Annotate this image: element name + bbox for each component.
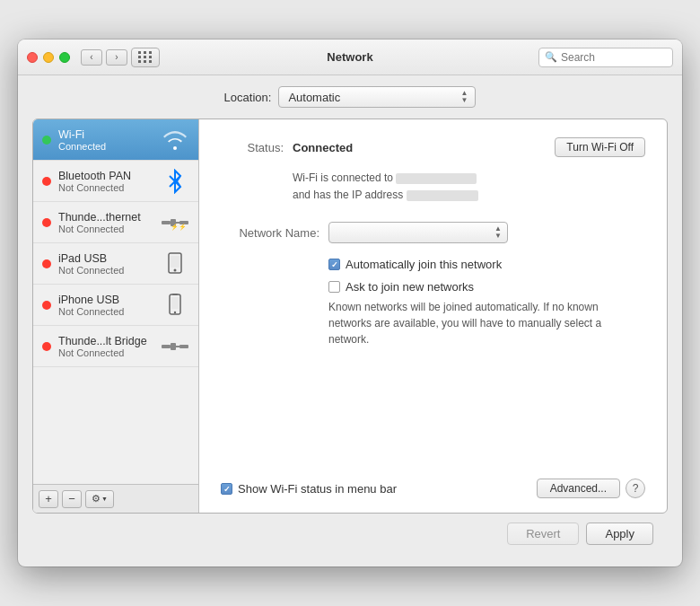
wifi-ip-line: and has the IP address xyxy=(293,187,645,204)
network-settings-gear-button[interactable]: ⚙ ▼ xyxy=(85,490,114,508)
grid-icon xyxy=(138,51,153,63)
svg-point-9 xyxy=(174,311,176,312)
known-networks-description: Known networks will be joined automatica… xyxy=(328,299,634,347)
location-label: Location: xyxy=(224,91,272,104)
network-name-row: Network Name: ▲▼ xyxy=(221,222,645,243)
status-row: Status: Connected Turn Wi-Fi Off xyxy=(221,137,645,157)
network-name-dropdown[interactable]: ▲▼ xyxy=(328,222,508,243)
location-arrows-icon: ▲▼ xyxy=(460,90,468,104)
titlebar: ‹ › Network 🔍 xyxy=(18,40,682,75)
ask-join-row: Ask to join new networks xyxy=(328,280,645,294)
ipad-icon xyxy=(161,250,189,278)
item-text-wifi: Wi-Fi Connected xyxy=(58,128,161,152)
advanced-button[interactable]: Advanced... xyxy=(537,479,620,498)
ask-join-checkbox[interactable] xyxy=(328,281,340,293)
location-select[interactable]: Automatic ▲▼ xyxy=(278,86,476,108)
detail-panel: Status: Connected Turn Wi-Fi Off Wi-Fi i… xyxy=(199,119,667,513)
back-button[interactable]: ‹ xyxy=(81,49,102,66)
bluetooth-icon xyxy=(161,167,189,196)
sidebar-item-iphone-usb[interactable]: iPhone USB Not Connected xyxy=(33,285,198,326)
svg-text:⚡⚡: ⚡⚡ xyxy=(171,223,187,231)
auto-join-row: Automatically join this network xyxy=(328,258,645,271)
auto-join-checkbox[interactable] xyxy=(328,259,340,270)
wifi-icon xyxy=(161,126,189,154)
footer: Revert Apply xyxy=(32,514,668,552)
nav-buttons: ‹ › xyxy=(81,49,127,66)
sidebar-item-wifi[interactable]: Wi-Fi Connected xyxy=(33,119,198,161)
item-text-ipad: iPad USB Not Connected xyxy=(58,252,161,276)
search-box[interactable]: 🔍 xyxy=(538,48,673,67)
network-list: Wi-Fi Connected xyxy=(33,119,198,484)
sidebar: Wi-Fi Connected xyxy=(33,119,199,513)
item-name-wifi: Wi-Fi xyxy=(58,128,161,141)
ip-address-blurred xyxy=(407,190,478,201)
svg-rect-7 xyxy=(171,256,179,268)
traffic-lights xyxy=(27,52,70,63)
sidebar-item-thunderbolt-ethernet[interactable]: Thunde...thernet Not Connected ⚡⚡ xyxy=(33,202,198,243)
minimize-button[interactable] xyxy=(43,52,54,63)
item-text-bluetooth: Bluetooth PAN Not Connected xyxy=(58,170,161,193)
close-button[interactable] xyxy=(27,52,38,63)
item-text-iphone: iPhone USB Not Connected xyxy=(58,294,161,317)
svg-rect-13 xyxy=(171,343,176,350)
checkboxes-group: Automatically join this network Ask to j… xyxy=(328,258,645,294)
dropdown-arrows-icon: ▲▼ xyxy=(494,225,502,240)
sidebar-item-bluetooth-pan[interactable]: Bluetooth PAN Not Connected xyxy=(33,161,198,202)
forward-button[interactable]: › xyxy=(106,49,127,66)
network-name-label: Network Name: xyxy=(221,226,319,240)
svg-rect-15 xyxy=(179,345,188,348)
item-status-wifi: Connected xyxy=(58,141,161,152)
gear-chevron-icon: ▼ xyxy=(101,496,108,502)
svg-rect-0 xyxy=(162,221,171,224)
sidebar-item-ipad-usb[interactable]: iPad USB Not Connected xyxy=(33,243,198,285)
ask-join-label: Ask to join new networks xyxy=(346,280,474,294)
svg-rect-11 xyxy=(171,297,179,309)
status-dot-bluetooth xyxy=(42,177,51,186)
sidebar-item-thunderbolt-bridge[interactable]: Thunde...lt Bridge Not Connected xyxy=(33,326,198,367)
location-row: Location: Automatic ▲▼ xyxy=(32,86,668,108)
search-icon: 🔍 xyxy=(545,51,557,63)
item-status-ipad: Not Connected xyxy=(58,265,161,276)
network-preferences-window: ‹ › Network 🔍 Location: Automatic ▲▼ xyxy=(18,40,682,566)
location-value: Automatic xyxy=(288,91,457,104)
revert-button[interactable]: Revert xyxy=(507,523,579,545)
show-wifi-row: Show Wi-Fi status in menu bar xyxy=(221,482,397,496)
item-status-thunderbolt-eth: Not Connected xyxy=(58,224,161,234)
remove-network-button[interactable]: − xyxy=(62,490,82,508)
wifi-info: Wi-Fi is connected to and has the IP add… xyxy=(293,170,645,204)
item-name-thunderbolt-eth: Thunde...thernet xyxy=(58,211,161,224)
main-panel: Wi-Fi Connected xyxy=(32,119,668,514)
status-label: Status: xyxy=(221,141,284,154)
svg-rect-10 xyxy=(172,294,178,295)
status-dot-ipad xyxy=(42,259,51,268)
item-status-bluetooth: Not Connected xyxy=(58,182,161,193)
svg-rect-12 xyxy=(162,345,171,348)
content-area: Location: Automatic ▲▼ Wi-Fi Conne xyxy=(18,75,682,566)
search-input[interactable] xyxy=(561,51,667,64)
grid-button[interactable] xyxy=(131,48,160,67)
window-title: Network xyxy=(327,50,372,64)
item-name-tb-bridge: Thunde...lt Bridge xyxy=(58,335,161,347)
apply-button[interactable]: Apply xyxy=(586,523,653,545)
help-button[interactable]: ? xyxy=(626,479,645,498)
status-dot-thunderbolt-eth xyxy=(42,218,51,227)
bottom-bar: Show Wi-Fi status in menu bar Advanced..… xyxy=(221,468,645,498)
show-wifi-checkbox[interactable] xyxy=(221,483,232,495)
item-status-tb-bridge: Not Connected xyxy=(58,347,161,358)
turn-wifi-off-button[interactable]: Turn Wi-Fi Off xyxy=(555,137,645,157)
iphone-icon xyxy=(161,291,189,320)
status-dot-wifi xyxy=(42,136,51,145)
show-wifi-label: Show Wi-Fi status in menu bar xyxy=(238,482,397,496)
sidebar-toolbar: + − ⚙ ▼ xyxy=(33,484,198,513)
thunderbolt-bridge-icon xyxy=(161,332,189,361)
maximize-button[interactable] xyxy=(59,52,70,63)
item-name-ipad: iPad USB xyxy=(58,252,161,265)
status-value: Connected xyxy=(293,141,353,154)
auto-join-label: Automatically join this network xyxy=(346,258,502,271)
wifi-connected-line: Wi-Fi is connected to xyxy=(293,170,645,187)
item-name-bluetooth: Bluetooth PAN xyxy=(58,170,161,182)
status-dot-tb-bridge xyxy=(42,342,51,351)
add-network-button[interactable]: + xyxy=(39,490,58,508)
item-text-thunderbolt-eth: Thunde...thernet Not Connected xyxy=(58,211,161,234)
thunderbolt-ethernet-icon: ⚡⚡ xyxy=(161,208,189,237)
